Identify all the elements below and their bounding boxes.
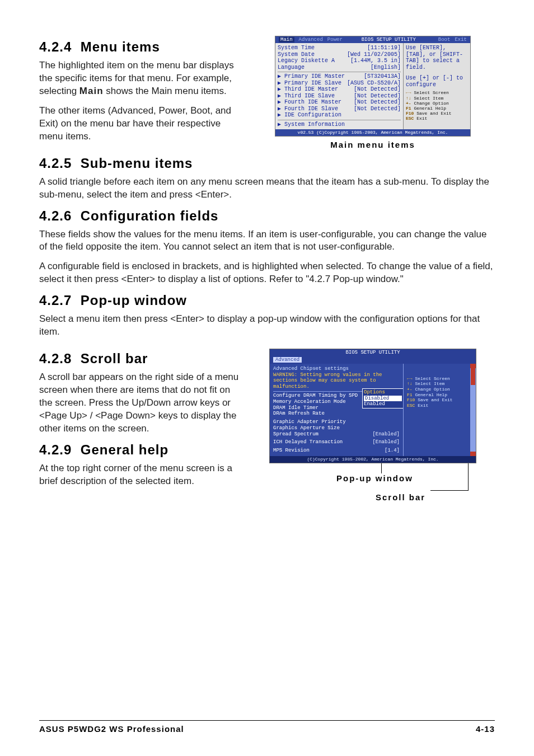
para-428-1: A scroll bar appears on the right side o… xyxy=(39,371,241,435)
bios2-scrollbar xyxy=(470,364,476,456)
caption-scroll-bar: Scroll bar xyxy=(376,492,425,502)
page-footer: ASUS P5WDG2 WS Professional 4-13 xyxy=(39,720,495,734)
para-427-1: Select a menu item then press <Enter> to… xyxy=(39,313,495,339)
heading-428: 4.2.8 Scroll bar xyxy=(39,351,241,367)
callout-area: Pop-up window Scroll bar xyxy=(269,463,476,503)
bios2-right-panel: ←→ Select Screen ↑↓ Select Item +- Chang… xyxy=(403,364,476,456)
heading-426: 4.2.6 Configuration fields xyxy=(39,208,495,224)
bios1-help-panel: Use [ENTER], [TAB], or [SHIFT-TAB] to se… xyxy=(403,43,470,129)
bios2-left-panel: Advanced Chipset settings WARNING: Setti… xyxy=(270,364,403,456)
heading-424: 4.2.4 Menu items xyxy=(39,39,241,55)
para-424-2: The other items (Advanced, Power, Boot, … xyxy=(39,105,241,143)
bios-screenshot-advanced: BIOS SETUP UTILITY Advanced Advanced Chi… xyxy=(269,349,476,463)
heading-425: 4.2.5 Sub-menu items xyxy=(39,156,495,171)
bios2-popup: Options Disabled Enabled xyxy=(362,388,404,408)
bios2-footer: (C)Copyright 1985-2002, American Megatre… xyxy=(270,456,476,463)
heading-427: 4.2.7 Pop-up window xyxy=(39,293,495,308)
para-424-1: The highlighted item on the menu bar dis… xyxy=(39,59,241,98)
bios1-tabs: Main Advanced Power xyxy=(275,37,343,43)
para-425-1: A solid triangle before each item on any… xyxy=(39,176,495,201)
heading-num: 4.2.4 xyxy=(39,39,72,54)
bios1-left-panel: System Time[11:51:19] System Date[Wed 11… xyxy=(275,43,403,129)
caption-popup-window: Pop-up window xyxy=(336,473,413,483)
bios1-footer: v02.53 (C)Copyright 1985-2003, American … xyxy=(275,129,470,135)
para-426-1: These fields show the values for the men… xyxy=(39,228,495,254)
bios-screenshot-main: Main Advanced Power BIOS SETUP UTILITY B… xyxy=(275,36,471,137)
caption-main-menu-items: Main menu items xyxy=(330,140,415,149)
para-426-2: A configurable field is enclosed in brac… xyxy=(39,260,495,286)
footer-right: 4-13 xyxy=(476,724,495,734)
heading-429: 4.2.9 General help xyxy=(39,442,241,458)
heading-title: Menu items xyxy=(81,39,160,54)
bios2-title: BIOS SETUP UTILITY xyxy=(270,349,476,356)
footer-left: ASUS P5WDG2 WS Professional xyxy=(39,724,184,734)
bios2-tabbar: Advanced xyxy=(270,356,476,364)
para-429-1: At the top right corner of the menu scre… xyxy=(39,462,241,488)
bios1-titlebar: Main Advanced Power BIOS SETUP UTILITY B… xyxy=(275,36,470,43)
